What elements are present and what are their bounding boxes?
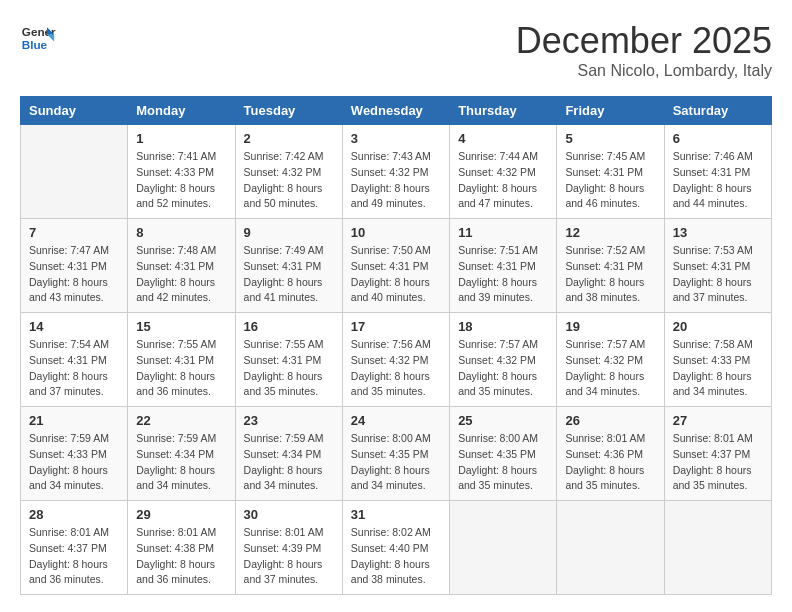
calendar-cell: 3Sunrise: 7:43 AM Sunset: 4:32 PM Daylig… <box>342 125 449 219</box>
day-number: 25 <box>458 413 548 428</box>
weekday-header-tuesday: Tuesday <box>235 97 342 125</box>
page-header: General Blue December 2025 San Nicolo, L… <box>20 20 772 80</box>
calendar-table: SundayMondayTuesdayWednesdayThursdayFrid… <box>20 96 772 595</box>
day-info: Sunrise: 7:59 AM Sunset: 4:33 PM Dayligh… <box>29 431 119 494</box>
calendar-cell: 17Sunrise: 7:56 AM Sunset: 4:32 PM Dayli… <box>342 313 449 407</box>
day-info: Sunrise: 7:45 AM Sunset: 4:31 PM Dayligh… <box>565 149 655 212</box>
day-info: Sunrise: 7:48 AM Sunset: 4:31 PM Dayligh… <box>136 243 226 306</box>
day-number: 17 <box>351 319 441 334</box>
day-info: Sunrise: 8:02 AM Sunset: 4:40 PM Dayligh… <box>351 525 441 588</box>
day-info: Sunrise: 8:01 AM Sunset: 4:38 PM Dayligh… <box>136 525 226 588</box>
calendar-cell: 27Sunrise: 8:01 AM Sunset: 4:37 PM Dayli… <box>664 407 771 501</box>
day-number: 3 <box>351 131 441 146</box>
weekday-header-row: SundayMondayTuesdayWednesdayThursdayFrid… <box>21 97 772 125</box>
day-info: Sunrise: 7:42 AM Sunset: 4:32 PM Dayligh… <box>244 149 334 212</box>
calendar-cell: 14Sunrise: 7:54 AM Sunset: 4:31 PM Dayli… <box>21 313 128 407</box>
day-info: Sunrise: 7:49 AM Sunset: 4:31 PM Dayligh… <box>244 243 334 306</box>
calendar-week-row: 14Sunrise: 7:54 AM Sunset: 4:31 PM Dayli… <box>21 313 772 407</box>
day-number: 22 <box>136 413 226 428</box>
calendar-week-row: 1Sunrise: 7:41 AM Sunset: 4:33 PM Daylig… <box>21 125 772 219</box>
day-number: 15 <box>136 319 226 334</box>
day-info: Sunrise: 7:57 AM Sunset: 4:32 PM Dayligh… <box>458 337 548 400</box>
calendar-cell: 23Sunrise: 7:59 AM Sunset: 4:34 PM Dayli… <box>235 407 342 501</box>
calendar-cell: 19Sunrise: 7:57 AM Sunset: 4:32 PM Dayli… <box>557 313 664 407</box>
calendar-cell: 13Sunrise: 7:53 AM Sunset: 4:31 PM Dayli… <box>664 219 771 313</box>
day-number: 16 <box>244 319 334 334</box>
day-info: Sunrise: 7:46 AM Sunset: 4:31 PM Dayligh… <box>673 149 763 212</box>
calendar-cell: 25Sunrise: 8:00 AM Sunset: 4:35 PM Dayli… <box>450 407 557 501</box>
calendar-cell: 18Sunrise: 7:57 AM Sunset: 4:32 PM Dayli… <box>450 313 557 407</box>
day-number: 10 <box>351 225 441 240</box>
calendar-cell: 26Sunrise: 8:01 AM Sunset: 4:36 PM Dayli… <box>557 407 664 501</box>
calendar-week-row: 21Sunrise: 7:59 AM Sunset: 4:33 PM Dayli… <box>21 407 772 501</box>
weekday-header-wednesday: Wednesday <box>342 97 449 125</box>
day-info: Sunrise: 7:59 AM Sunset: 4:34 PM Dayligh… <box>244 431 334 494</box>
day-number: 8 <box>136 225 226 240</box>
calendar-cell: 4Sunrise: 7:44 AM Sunset: 4:32 PM Daylig… <box>450 125 557 219</box>
day-number: 12 <box>565 225 655 240</box>
calendar-cell: 30Sunrise: 8:01 AM Sunset: 4:39 PM Dayli… <box>235 501 342 595</box>
calendar-cell <box>557 501 664 595</box>
calendar-week-row: 7Sunrise: 7:47 AM Sunset: 4:31 PM Daylig… <box>21 219 772 313</box>
day-info: Sunrise: 7:50 AM Sunset: 4:31 PM Dayligh… <box>351 243 441 306</box>
day-info: Sunrise: 8:01 AM Sunset: 4:36 PM Dayligh… <box>565 431 655 494</box>
calendar-cell: 22Sunrise: 7:59 AM Sunset: 4:34 PM Dayli… <box>128 407 235 501</box>
day-info: Sunrise: 8:01 AM Sunset: 4:37 PM Dayligh… <box>673 431 763 494</box>
day-number: 14 <box>29 319 119 334</box>
day-number: 6 <box>673 131 763 146</box>
day-number: 9 <box>244 225 334 240</box>
day-info: Sunrise: 7:43 AM Sunset: 4:32 PM Dayligh… <box>351 149 441 212</box>
day-info: Sunrise: 7:53 AM Sunset: 4:31 PM Dayligh… <box>673 243 763 306</box>
day-info: Sunrise: 7:54 AM Sunset: 4:31 PM Dayligh… <box>29 337 119 400</box>
calendar-cell: 5Sunrise: 7:45 AM Sunset: 4:31 PM Daylig… <box>557 125 664 219</box>
day-number: 19 <box>565 319 655 334</box>
month-title: December 2025 <box>516 20 772 62</box>
calendar-cell: 15Sunrise: 7:55 AM Sunset: 4:31 PM Dayli… <box>128 313 235 407</box>
day-number: 20 <box>673 319 763 334</box>
calendar-cell: 28Sunrise: 8:01 AM Sunset: 4:37 PM Dayli… <box>21 501 128 595</box>
day-info: Sunrise: 7:47 AM Sunset: 4:31 PM Dayligh… <box>29 243 119 306</box>
day-number: 31 <box>351 507 441 522</box>
day-info: Sunrise: 8:00 AM Sunset: 4:35 PM Dayligh… <box>351 431 441 494</box>
day-info: Sunrise: 7:55 AM Sunset: 4:31 PM Dayligh… <box>244 337 334 400</box>
calendar-cell: 7Sunrise: 7:47 AM Sunset: 4:31 PM Daylig… <box>21 219 128 313</box>
day-number: 1 <box>136 131 226 146</box>
weekday-header-thursday: Thursday <box>450 97 557 125</box>
day-number: 7 <box>29 225 119 240</box>
calendar-cell <box>450 501 557 595</box>
day-number: 30 <box>244 507 334 522</box>
svg-text:Blue: Blue <box>22 38 48 51</box>
day-info: Sunrise: 7:55 AM Sunset: 4:31 PM Dayligh… <box>136 337 226 400</box>
calendar-cell: 24Sunrise: 8:00 AM Sunset: 4:35 PM Dayli… <box>342 407 449 501</box>
day-info: Sunrise: 7:58 AM Sunset: 4:33 PM Dayligh… <box>673 337 763 400</box>
day-number: 18 <box>458 319 548 334</box>
day-number: 11 <box>458 225 548 240</box>
day-info: Sunrise: 7:56 AM Sunset: 4:32 PM Dayligh… <box>351 337 441 400</box>
calendar-cell: 20Sunrise: 7:58 AM Sunset: 4:33 PM Dayli… <box>664 313 771 407</box>
calendar-cell: 2Sunrise: 7:42 AM Sunset: 4:32 PM Daylig… <box>235 125 342 219</box>
weekday-header-friday: Friday <box>557 97 664 125</box>
day-number: 26 <box>565 413 655 428</box>
day-info: Sunrise: 7:52 AM Sunset: 4:31 PM Dayligh… <box>565 243 655 306</box>
day-number: 28 <box>29 507 119 522</box>
calendar-cell: 1Sunrise: 7:41 AM Sunset: 4:33 PM Daylig… <box>128 125 235 219</box>
day-info: Sunrise: 7:57 AM Sunset: 4:32 PM Dayligh… <box>565 337 655 400</box>
day-number: 13 <box>673 225 763 240</box>
calendar-cell: 6Sunrise: 7:46 AM Sunset: 4:31 PM Daylig… <box>664 125 771 219</box>
day-number: 5 <box>565 131 655 146</box>
day-number: 2 <box>244 131 334 146</box>
calendar-cell: 29Sunrise: 8:01 AM Sunset: 4:38 PM Dayli… <box>128 501 235 595</box>
day-number: 29 <box>136 507 226 522</box>
day-info: Sunrise: 7:41 AM Sunset: 4:33 PM Dayligh… <box>136 149 226 212</box>
calendar-cell: 31Sunrise: 8:02 AM Sunset: 4:40 PM Dayli… <box>342 501 449 595</box>
day-info: Sunrise: 7:59 AM Sunset: 4:34 PM Dayligh… <box>136 431 226 494</box>
calendar-cell: 8Sunrise: 7:48 AM Sunset: 4:31 PM Daylig… <box>128 219 235 313</box>
day-number: 23 <box>244 413 334 428</box>
weekday-header-sunday: Sunday <box>21 97 128 125</box>
day-info: Sunrise: 8:01 AM Sunset: 4:39 PM Dayligh… <box>244 525 334 588</box>
calendar-cell: 11Sunrise: 7:51 AM Sunset: 4:31 PM Dayli… <box>450 219 557 313</box>
calendar-cell: 12Sunrise: 7:52 AM Sunset: 4:31 PM Dayli… <box>557 219 664 313</box>
day-info: Sunrise: 7:51 AM Sunset: 4:31 PM Dayligh… <box>458 243 548 306</box>
day-info: Sunrise: 8:00 AM Sunset: 4:35 PM Dayligh… <box>458 431 548 494</box>
location-title: San Nicolo, Lombardy, Italy <box>516 62 772 80</box>
